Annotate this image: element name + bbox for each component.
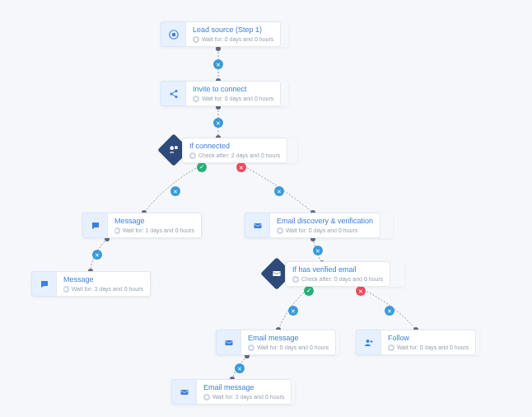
node-title: Message (63, 275, 143, 285)
remove-connector-icon[interactable] (213, 59, 223, 69)
node-title: If has verified email (292, 265, 383, 275)
node-subtitle: Wait for: 3 days and 0 hours (63, 285, 143, 293)
node-if-verified-email[interactable]: If has verified email Check after: 0 day… (285, 261, 404, 287)
clock-icon (388, 344, 394, 351)
clock-icon (114, 227, 120, 234)
mail-icon (216, 330, 240, 355)
chat-icon (31, 271, 56, 297)
node-title: Follow (388, 334, 469, 344)
clock-icon (63, 286, 69, 293)
svg-point-5 (170, 146, 174, 150)
node-subtitle: Check after: 0 days and 0 hours (292, 275, 383, 283)
node-follow[interactable]: Follow Wait for: 0 days and 0 hours (356, 330, 479, 355)
branch-yes-icon (197, 162, 207, 172)
target-icon (161, 21, 185, 47)
node-subtitle: Wait for: 1 days and 0 hours (114, 227, 194, 235)
clock-icon (189, 152, 196, 159)
node-email-message-1[interactable]: Email message Wait for: 0 days and 0 hou… (216, 330, 339, 355)
node-title: Email discovery & verification (277, 217, 373, 227)
remove-connector-icon[interactable] (170, 186, 180, 196)
svg-point-9 (366, 340, 369, 343)
remove-connector-icon[interactable] (213, 118, 223, 128)
branch-no-icon (236, 162, 246, 172)
node-message-2[interactable]: Message Wait for: 3 days and 0 hours (31, 271, 151, 297)
mail-search-icon (245, 213, 269, 238)
clock-icon (292, 276, 299, 283)
remove-connector-icon[interactable] (92, 250, 102, 260)
svg-point-1 (171, 32, 175, 36)
node-invite-to-connect[interactable]: Invite to connect Wait for: 0 days and 0… (161, 81, 288, 106)
mail-icon (171, 379, 196, 405)
node-title: If connected (189, 142, 280, 152)
clock-icon (193, 96, 199, 102)
svg-rect-8 (225, 340, 232, 345)
node-subtitle: Wait for: 0 days and 0 hours (388, 344, 469, 352)
branch-no-icon (356, 286, 366, 296)
remove-connector-icon[interactable] (274, 186, 284, 196)
remove-connector-icon[interactable] (235, 363, 245, 373)
node-email-discovery[interactable]: Email discovery & verification Wait for:… (245, 213, 393, 238)
node-subtitle: Check after: 2 days and 0 hours (189, 152, 280, 160)
node-subtitle: Wait for: 3 days and 0 hours (203, 393, 284, 401)
share-icon (161, 81, 185, 106)
remove-connector-icon[interactable] (385, 306, 394, 316)
node-title: Email message (203, 383, 284, 393)
clock-icon (277, 227, 283, 234)
node-title: Email message (248, 334, 329, 344)
clock-icon (203, 394, 210, 401)
branch-yes-icon (304, 286, 314, 296)
svg-rect-7 (273, 271, 280, 276)
clock-icon (248, 344, 254, 351)
svg-rect-10 (180, 390, 188, 395)
remove-connector-icon[interactable] (288, 306, 298, 316)
node-message-1[interactable]: Message Wait for: 1 days and 0 hours (82, 213, 202, 238)
node-subtitle: Wait for: 0 days and 0 hours (248, 344, 329, 352)
svg-rect-6 (254, 223, 261, 228)
node-subtitle: Wait for: 0 days and 0 hours (277, 227, 373, 235)
node-title: Invite to connect (193, 85, 273, 95)
node-subtitle: Wait for: 0 days and 0 hours (193, 35, 273, 44)
node-if-connected[interactable]: If connected Check after: 2 days and 0 h… (182, 138, 297, 163)
remove-connector-icon[interactable] (313, 246, 323, 255)
node-lead-source[interactable]: Lead source (Step 1) Wait for: 0 days an… (161, 21, 288, 47)
node-email-message-2[interactable]: Email message Wait for: 3 days and 0 hou… (171, 379, 295, 405)
clock-icon (193, 36, 199, 43)
node-title: Message (114, 217, 194, 227)
node-subtitle: Wait for: 0 days and 0 hours (193, 95, 273, 103)
person-plus-icon (356, 330, 380, 355)
chat-icon (82, 213, 107, 238)
node-title: Lead source (Step 1) (193, 26, 273, 35)
